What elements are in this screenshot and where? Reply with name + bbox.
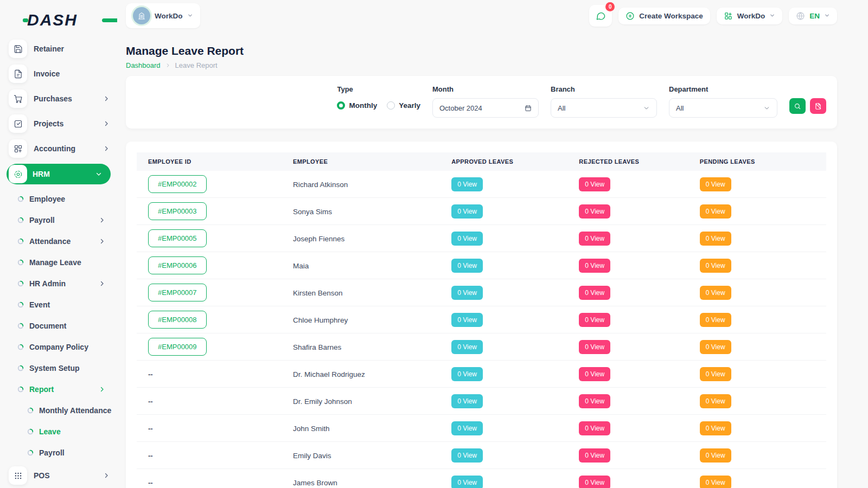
employee-name-cell: John Smith	[282, 423, 440, 433]
pending-leaves-view-badge[interactable]: 0 View	[700, 448, 731, 463]
rejected-leaves-cell: 0 View	[567, 313, 688, 327]
sidebar-item-pos[interactable]: POS	[0, 466, 117, 485]
employee-id-button[interactable]: #EMP00007	[148, 284, 207, 301]
rejected-leaves-view-badge[interactable]: 0 View	[579, 286, 610, 300]
search-button[interactable]	[789, 98, 806, 114]
logo-dash-accent	[102, 18, 117, 22]
month-input[interactable]: October 2024	[432, 98, 539, 118]
language-code: EN	[809, 12, 820, 20]
pending-leaves-view-badge[interactable]: 0 View	[700, 340, 731, 354]
rejected-leaves-view-badge[interactable]: 0 View	[579, 204, 610, 219]
sidebar-item-accounting[interactable]: Accounting	[0, 139, 117, 158]
sidebar-item-monthly-attendance[interactable]: Monthly Attendance	[0, 402, 117, 419]
branch-select[interactable]: All	[551, 98, 657, 118]
approved-leaves-view-badge[interactable]: 0 View	[451, 394, 483, 408]
sidebar-item-system-setup[interactable]: System Setup	[0, 360, 117, 376]
rejected-leaves-view-badge[interactable]: 0 View	[579, 313, 610, 327]
sidebar-item-report[interactable]: Report	[0, 381, 117, 397]
sidebar-item-label: Attendance	[29, 237, 99, 246]
rejected-leaves-view-badge[interactable]: 0 View	[579, 232, 610, 246]
approved-leaves-view-badge[interactable]: 0 View	[451, 204, 483, 219]
sidebar-item-document[interactable]: Document	[0, 318, 117, 334]
column-header: REJECTED LEAVES	[567, 158, 688, 165]
department-select[interactable]: All	[669, 98, 777, 118]
sidebar: DASH RetainerInvoicePurchasesProjectsAcc…	[0, 0, 117, 488]
rejected-leaves-view-badge[interactable]: 0 View	[579, 476, 610, 488]
sidebar-item-retainer[interactable]: Retainer	[0, 39, 117, 59]
messages-count-badge: 0	[605, 2, 615, 11]
leave-report-table: EMPLOYEE IDEMPLOYEEAPPROVED LEAVESREJECT…	[126, 142, 837, 488]
rejected-leaves-view-badge[interactable]: 0 View	[579, 448, 610, 463]
rejected-leaves-view-badge[interactable]: 0 View	[579, 394, 610, 408]
create-workspace-button[interactable]: Create Workspace	[618, 8, 710, 24]
sidebar-item-projects[interactable]: Projects	[0, 114, 117, 133]
sidebar-item-manage-leave[interactable]: Manage Leave	[0, 254, 117, 271]
radio-monthly[interactable]: Monthly	[337, 101, 377, 110]
pending-leaves-view-badge[interactable]: 0 View	[700, 259, 731, 273]
breadcrumb-dashboard-link[interactable]: Dashboard	[126, 61, 161, 69]
brand-logo[interactable]: DASH	[27, 11, 117, 29]
pending-leaves-view-badge[interactable]: 0 View	[700, 204, 731, 219]
rejected-leaves-view-badge[interactable]: 0 View	[579, 421, 610, 435]
rejected-leaves-view-badge[interactable]: 0 View	[579, 340, 610, 354]
approved-leaves-view-badge[interactable]: 0 View	[451, 286, 483, 300]
employee-id-cell: --	[137, 451, 282, 460]
rejected-leaves-view-badge[interactable]: 0 View	[579, 259, 610, 273]
sidebar-item-hrm[interactable]: HRM	[7, 164, 111, 184]
approved-leaves-view-badge[interactable]: 0 View	[451, 367, 483, 381]
chevron-right-icon	[103, 120, 110, 127]
approved-leaves-view-badge[interactable]: 0 View	[451, 313, 483, 327]
sidebar-item-event[interactable]: Event	[0, 297, 117, 313]
pending-leaves-view-badge[interactable]: 0 View	[700, 394, 731, 408]
sidebar-item-employee[interactable]: Employee	[0, 191, 117, 207]
employee-id-button[interactable]: #EMP00006	[148, 256, 207, 274]
pending-leaves-view-badge[interactable]: 0 View	[700, 286, 731, 300]
sidebar-item-hr-admin[interactable]: HR Admin	[0, 275, 117, 292]
sidebar-item-payroll[interactable]: Payroll	[0, 445, 117, 461]
radio-yearly[interactable]: Yearly	[387, 101, 420, 110]
pending-leaves-cell: 0 View	[688, 448, 826, 463]
employee-id-button[interactable]: #EMP00008	[148, 311, 207, 329]
pending-leaves-view-badge[interactable]: 0 View	[700, 177, 731, 191]
pending-leaves-view-badge[interactable]: 0 View	[700, 313, 731, 327]
sidebar-item-leave[interactable]: Leave	[0, 423, 117, 440]
rejected-leaves-view-badge[interactable]: 0 View	[579, 367, 610, 381]
grid-plus-icon	[724, 11, 733, 21]
bullet-icon	[27, 450, 34, 456]
approved-leaves-view-badge[interactable]: 0 View	[451, 232, 483, 246]
approved-leaves-view-badge[interactable]: 0 View	[451, 259, 483, 273]
messages-button[interactable]: 0	[589, 5, 612, 27]
pending-leaves-cell: 0 View	[688, 232, 826, 246]
sidebar-item-attendance[interactable]: Attendance	[0, 233, 117, 249]
app-menu-button[interactable]: WorkDo	[717, 8, 783, 24]
chevron-right-icon	[165, 63, 170, 68]
sidebar-item-company-policy[interactable]: Company Policy	[0, 339, 117, 355]
approved-leaves-view-badge[interactable]: 0 View	[451, 448, 483, 463]
reset-filter-button[interactable]	[810, 98, 826, 114]
approved-leaves-view-badge[interactable]: 0 View	[451, 340, 483, 354]
rejected-leaves-view-badge[interactable]: 0 View	[579, 177, 610, 191]
chat-icon	[596, 11, 606, 21]
workspace-avatar	[133, 7, 150, 24]
bullet-icon	[17, 259, 24, 266]
approved-leaves-view-badge[interactable]: 0 View	[451, 421, 483, 435]
employee-id-button[interactable]: #EMP00009	[148, 338, 207, 356]
sidebar-item-payroll[interactable]: Payroll	[0, 212, 117, 228]
department-filter-group: Department All	[669, 85, 777, 118]
pending-leaves-view-badge[interactable]: 0 View	[700, 476, 731, 488]
approved-leaves-view-badge[interactable]: 0 View	[451, 177, 483, 191]
workspace-switcher[interactable]: WorkDo	[126, 3, 200, 28]
employee-id-button[interactable]: #EMP00002	[148, 175, 207, 193]
approved-leaves-cell: 0 View	[440, 313, 567, 327]
pending-leaves-view-badge[interactable]: 0 View	[700, 232, 731, 246]
month-value: October 2024	[439, 104, 482, 112]
language-selector[interactable]: EN	[789, 8, 837, 24]
sidebar-item-purchases[interactable]: Purchases	[0, 89, 117, 108]
approved-leaves-view-badge[interactable]: 0 View	[451, 476, 483, 488]
calendar-icon	[525, 105, 532, 112]
pending-leaves-view-badge[interactable]: 0 View	[700, 421, 731, 435]
sidebar-item-invoice[interactable]: Invoice	[0, 64, 117, 84]
employee-id-button[interactable]: #EMP00005	[148, 229, 207, 247]
employee-id-button[interactable]: #EMP00003	[148, 202, 207, 220]
pending-leaves-view-badge[interactable]: 0 View	[700, 367, 731, 381]
